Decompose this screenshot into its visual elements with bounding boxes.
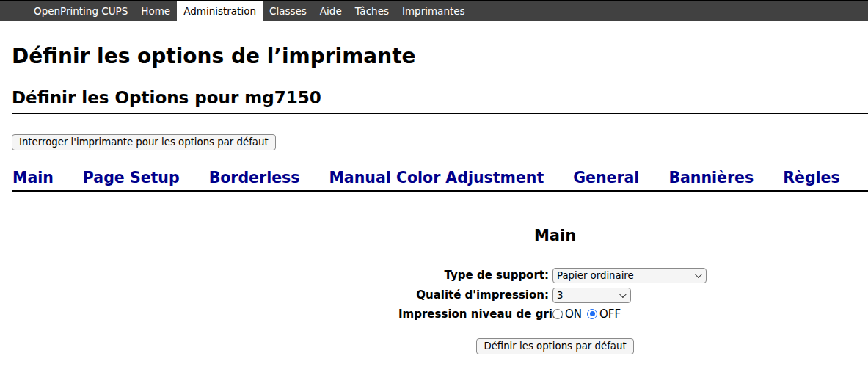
tab-general[interactable]: General [573, 169, 639, 186]
print-quality-select[interactable]: 3 [552, 288, 631, 303]
chevron-down-icon [695, 271, 702, 278]
tab-borderless[interactable]: Borderless [209, 169, 300, 186]
tab-regles[interactable]: Règles [783, 169, 840, 186]
radio-on-label: ON [565, 307, 582, 321]
radio-off-label: OFF [599, 307, 621, 321]
tab-bannieres[interactable]: Bannières [668, 169, 754, 186]
page-content: Définir les options de l’imprimante Défi… [0, 45, 868, 354]
nav-item-home[interactable]: Home [134, 1, 177, 21]
print-quality-select-value: 3 [557, 290, 619, 301]
option-group-heading: Main [398, 227, 712, 244]
tab-main[interactable]: Main [12, 169, 54, 186]
nav-item-administration[interactable]: Administration [177, 1, 263, 21]
grayscale-radio-group: ON OFF [552, 307, 707, 321]
media-type-select[interactable]: Papier ordinaire [552, 268, 707, 283]
set-default-options-button[interactable]: Définir les options par défaut [476, 338, 633, 354]
radio-on-icon[interactable] [552, 309, 563, 319]
media-type-label: Type de support: [398, 269, 549, 282]
tab-manual-color-adjustment[interactable]: Manual Color Adjustment [329, 169, 544, 186]
nav-item-taches[interactable]: Tâches [349, 1, 395, 21]
options-table: Type de support: Papier ordinaire Qualit… [398, 268, 712, 321]
radio-option-on[interactable]: ON [552, 307, 582, 321]
print-quality-label: Qualité d'impression: [398, 288, 549, 302]
page-title: Définir les options de l’imprimante [12, 45, 868, 67]
query-defaults-row: Interroger l'imprimante pour les options… [12, 134, 868, 150]
option-group-tabs: Main Page Setup Borderless Manual Color … [12, 169, 868, 192]
nav-item-classes[interactable]: Classes [263, 1, 313, 21]
top-nav: OpenPrinting CUPS Home Administration Cl… [0, 0, 868, 21]
printer-options-subtitle: Définir les Options pour mg7150 [12, 89, 868, 114]
grayscale-label: Impression niveau de gris: [398, 307, 549, 321]
nav-item-imprimantes[interactable]: Imprimantes [395, 1, 472, 21]
radio-off-icon[interactable] [587, 309, 597, 319]
radio-option-off[interactable]: OFF [587, 307, 621, 321]
chevron-down-icon [619, 291, 627, 298]
nav-brand-openprinting-cups[interactable]: OpenPrinting CUPS [27, 1, 134, 21]
media-type-select-value: Papier ordinaire [557, 270, 695, 281]
query-printer-defaults-button[interactable]: Interroger l'imprimante pour les options… [12, 134, 276, 150]
nav-item-aide[interactable]: Aide [313, 1, 349, 21]
options-form: Main Type de support: Papier ordinaire Q… [398, 227, 712, 354]
submit-row: Définir les options par défaut [398, 338, 712, 354]
tab-page-setup[interactable]: Page Setup [83, 169, 180, 186]
